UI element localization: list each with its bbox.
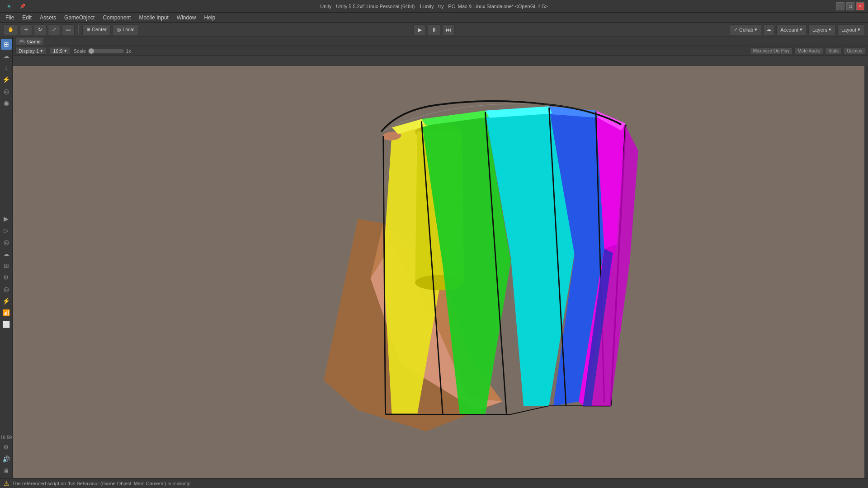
toolbar: ✋ ✛ ↻ ⤢ ▭ ⊕ Center ◎ Local ▶ ⏸ ⏭ ✓ Colla… bbox=[0, 23, 868, 37]
title-left: ✦ 📌 bbox=[4, 1, 28, 12]
status-bar: ⚠ The referenced script on this Behaviou… bbox=[0, 478, 868, 488]
maximize-on-play-button[interactable]: Maximize On Play bbox=[750, 47, 793, 54]
sidebar-icon-2[interactable]: ↕ bbox=[1, 62, 12, 73]
display-selector[interactable]: Display 1 ▾ bbox=[15, 47, 46, 55]
right-panel bbox=[864, 66, 868, 478]
toolbar-right: ✓ Collab ▾ ☁ Account ▾ Layers ▾ Layout ▾ bbox=[730, 24, 864, 35]
sidebar-icon-12[interactable]: ◎ bbox=[1, 284, 12, 295]
sidebar-icon-6[interactable]: ▶ bbox=[1, 213, 12, 224]
scene-svg bbox=[13, 66, 864, 478]
layout-button[interactable]: Layout ▾ bbox=[837, 24, 864, 35]
scale-label: Scale bbox=[74, 48, 86, 54]
menu-edit[interactable]: Edit bbox=[19, 14, 35, 22]
gizmos-button[interactable]: Gizmos bbox=[844, 47, 865, 54]
sidebar-icon-7[interactable]: ▷ bbox=[1, 225, 12, 236]
game-tab-icon: 🎮 bbox=[19, 38, 25, 44]
menu-assets[interactable]: Assets bbox=[36, 14, 60, 22]
left-sidebar: ⊞ ☁ ↕ ⚡ ◎ ◉ ▶ ▷ ◎ ☁ ⊞ ⚙ ◎ ⚡ 📶 ⬜ 15:59 ⚙ … bbox=[0, 37, 13, 478]
menu-mobile-input[interactable]: Mobile Input bbox=[135, 14, 172, 22]
close-button[interactable]: × bbox=[856, 2, 864, 10]
scale-value: 1x bbox=[126, 48, 131, 54]
collab-check-icon: ✓ bbox=[734, 27, 738, 33]
mute-audio-button[interactable]: Mute Audio bbox=[794, 47, 823, 54]
aspect-dropdown-icon: ▾ bbox=[64, 48, 67, 54]
scale-container: Scale 1x bbox=[74, 48, 131, 54]
display-dropdown-icon: ▾ bbox=[40, 48, 43, 54]
unity-logo: ✦ bbox=[4, 1, 14, 12]
account-dropdown-icon: ▾ bbox=[800, 27, 802, 33]
pause-button[interactable]: ⏸ bbox=[428, 24, 440, 35]
sidebar-icon-0[interactable]: ⊞ bbox=[1, 39, 12, 50]
game-canvas bbox=[13, 66, 864, 478]
move-tool[interactable]: ✛ bbox=[20, 24, 32, 35]
menu-help[interactable]: Help bbox=[201, 14, 219, 22]
sidebar-icon-5[interactable]: ◉ bbox=[1, 98, 12, 108]
collab-dropdown-icon: ▾ bbox=[755, 27, 757, 33]
toolbar-sep-1 bbox=[78, 25, 79, 34]
status-message: The referenced script on this Behaviour … bbox=[12, 481, 191, 486]
sidebar-icon-1[interactable]: ☁ bbox=[1, 51, 12, 61]
cloud-button[interactable]: ☁ bbox=[763, 24, 774, 35]
stats-button[interactable]: Stats bbox=[825, 47, 842, 54]
layout-label: Layout bbox=[841, 27, 856, 33]
aspect-selector[interactable]: 16:9 ▾ bbox=[50, 47, 70, 55]
sidebar-icon-11[interactable]: ⚙ bbox=[1, 272, 12, 283]
sidebar-icon-14[interactable]: 📶 bbox=[1, 307, 12, 318]
title-icon-pin[interactable]: 📌 bbox=[17, 1, 28, 12]
system-time: 15:59 bbox=[0, 434, 13, 441]
sidebar-icon-13[interactable]: ⚡ bbox=[1, 296, 12, 306]
game-tab[interactable]: 🎮 Game bbox=[16, 38, 43, 45]
play-button[interactable]: ▶ bbox=[413, 24, 426, 35]
menu-file[interactable]: File bbox=[2, 14, 18, 22]
rotate-tool[interactable]: ↻ bbox=[34, 24, 46, 35]
sidebar-icon-10[interactable]: ⊞ bbox=[1, 260, 12, 271]
account-label: Account bbox=[780, 27, 798, 33]
menu-window[interactable]: Window bbox=[173, 14, 200, 22]
play-controls: ▶ ⏸ ⏭ bbox=[140, 24, 728, 35]
sidebar-icon-3[interactable]: ⚡ bbox=[1, 74, 12, 85]
rect-tool[interactable]: ▭ bbox=[62, 24, 75, 35]
sidebar-icon-4[interactable]: ◎ bbox=[1, 86, 12, 97]
layers-label: Layers bbox=[812, 27, 827, 33]
menu-gameobject[interactable]: GameObject bbox=[61, 14, 98, 22]
local-button[interactable]: ◎ Local bbox=[113, 24, 138, 35]
display-label: Display 1 bbox=[19, 48, 39, 54]
main-content: 🎮 Game Display 1 ▾ 16:9 ▾ Scale 1x Maxim… bbox=[13, 37, 868, 478]
account-button[interactable]: Account ▾ bbox=[776, 24, 807, 35]
layout-dropdown-icon: ▾ bbox=[858, 27, 860, 33]
panel-header: 🎮 Game bbox=[13, 37, 868, 46]
scale-thumb bbox=[89, 48, 94, 54]
center-button[interactable]: ⊕ Center bbox=[82, 24, 111, 35]
aspect-label: 16:9 bbox=[53, 48, 62, 54]
warning-icon: ⚠ bbox=[4, 480, 9, 487]
game-toolbar: Display 1 ▾ 16:9 ▾ Scale 1x Maximize On … bbox=[13, 46, 868, 56]
sidebar-icon-15[interactable]: ⬜ bbox=[1, 319, 12, 330]
game-tab-label: Game bbox=[27, 39, 41, 44]
window-controls: − □ × bbox=[836, 2, 864, 10]
game-view-options: Maximize On Play Mute Audio Stats Gizmos bbox=[750, 47, 865, 54]
layers-dropdown-icon: ▾ bbox=[829, 27, 831, 33]
minimize-button[interactable]: − bbox=[836, 2, 844, 10]
menu-bar: File Edit Assets GameObject Component Mo… bbox=[0, 13, 868, 23]
sidebar-icon-9[interactable]: ☁ bbox=[1, 249, 12, 259]
hand-tool[interactable]: ✋ bbox=[4, 24, 18, 35]
sidebar-icon-8[interactable]: ◎ bbox=[1, 237, 12, 248]
scale-tool[interactable]: ⤢ bbox=[48, 24, 60, 35]
collab-label: Collab bbox=[739, 27, 753, 33]
title-bar: ✦ 📌 Unity - Unity 5.5.2xf1Linux Personal… bbox=[0, 0, 868, 13]
layers-button[interactable]: Layers ▾ bbox=[808, 24, 835, 35]
sidebar-settings-icon[interactable]: ⚙ bbox=[1, 442, 12, 453]
scale-slider[interactable] bbox=[88, 49, 124, 53]
step-button[interactable]: ⏭ bbox=[442, 24, 455, 35]
maximize-button[interactable]: □ bbox=[846, 2, 854, 10]
menu-component[interactable]: Component bbox=[99, 14, 134, 22]
sidebar-bottom-icon[interactable]: 🖥 bbox=[1, 465, 12, 476]
collab-button[interactable]: ✓ Collab ▾ bbox=[730, 24, 761, 35]
window-title: Unity - Unity 5.5.2xf1Linux Personal (64… bbox=[0, 4, 868, 9]
sidebar-audio-icon[interactable]: 🔊 bbox=[1, 454, 12, 465]
